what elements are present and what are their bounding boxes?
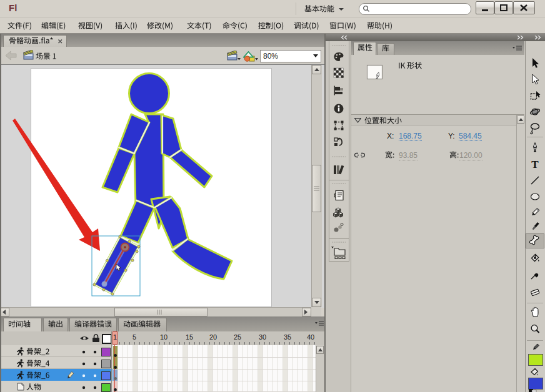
svg-text:T: T bbox=[531, 159, 539, 170]
